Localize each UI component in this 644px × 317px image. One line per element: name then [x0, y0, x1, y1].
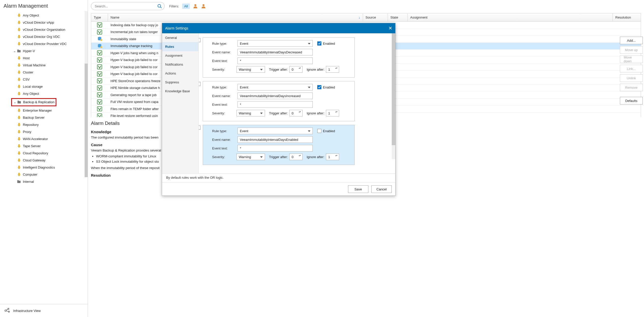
tree-item-10[interactable]: Local storage	[8, 83, 88, 90]
tree-item-7[interactable]: Virtual Machine	[8, 62, 88, 69]
event-name-input[interactable]: VeeamImmutabilityIntervalDaysEnabled	[238, 136, 313, 143]
tree-item-0[interactable]: Any Object	[8, 12, 88, 19]
tree-scrollbar[interactable]	[85, 14, 88, 177]
tree-item-1[interactable]: vCloud Director vApp	[8, 19, 88, 26]
filter-all[interactable]: All	[182, 4, 190, 9]
folder-icon	[17, 49, 21, 53]
ignore-after-input[interactable]: 1▴▾	[326, 66, 339, 73]
tree-item-4[interactable]: vCloud Director Provider VDC	[8, 40, 88, 48]
tree-item-6[interactable]: Host	[8, 55, 88, 62]
search-icon[interactable]	[157, 4, 162, 8]
tree-item-18[interactable]: Tape Server	[8, 143, 88, 150]
trigger-after-input[interactable]: 0▴▾	[289, 66, 303, 73]
spinner-icon[interactable]: ▴▾	[335, 111, 338, 113]
rule-checkbox[interactable]	[199, 126, 200, 130]
bottom-nav: Infrastructure View	[0, 304, 88, 317]
scrollbar-thumb[interactable]	[85, 64, 88, 177]
type-cell	[91, 106, 108, 111]
bell-icon	[17, 151, 21, 156]
expander-icon[interactable]: ⌄	[13, 48, 16, 54]
tree-item-22[interactable]: Computer	[8, 171, 88, 178]
tree-item-21[interactable]: Intelligent Diagnostics	[8, 164, 88, 171]
infrastructure-view-nav[interactable]: Infrastructure View	[0, 304, 88, 317]
severity-select[interactable]: Warning	[237, 154, 265, 160]
move-up-button[interactable]: Move up	[620, 46, 643, 54]
filter-person-icon[interactable]	[193, 4, 198, 9]
ignore-after-input[interactable]: 1▴▾	[326, 154, 339, 160]
tab-assignment[interactable]: Assignment	[162, 51, 198, 60]
spinner-icon[interactable]: ▴▾	[335, 154, 338, 157]
event-text-input[interactable]: *	[238, 57, 313, 64]
trigger-after-input[interactable]: 0▴▾	[289, 154, 303, 160]
tab-suppress[interactable]: Suppress	[162, 78, 198, 87]
severity-select[interactable]: Warning	[237, 66, 265, 73]
unlink-button[interactable]: Unlink	[620, 74, 643, 82]
add-button[interactable]: Add...	[620, 37, 643, 44]
event-name-input[interactable]: VeeamImmutabilityIntervalDaysIncreased	[238, 93, 313, 99]
tab-knowledge-base[interactable]: Knowledge Base	[162, 87, 198, 96]
spinner-icon[interactable]: ▴▾	[335, 67, 338, 69]
col-name[interactable]: Name↓	[108, 13, 363, 21]
tab-rules[interactable]: Rules	[162, 42, 198, 51]
rule-checkbox[interactable]	[199, 82, 200, 86]
col-resolution[interactable]: Resolution	[613, 13, 641, 21]
search-box[interactable]	[91, 2, 165, 10]
col-source[interactable]: Source	[363, 13, 388, 21]
col-state[interactable]: State	[388, 13, 408, 21]
remove-button[interactable]: Remove	[620, 84, 643, 91]
expander-icon[interactable]: ⌄	[13, 99, 17, 105]
rules-scrollbar[interactable]	[392, 33, 395, 159]
filter-person2-icon[interactable]	[201, 4, 206, 9]
rule-type-select[interactable]: Event	[238, 40, 313, 47]
tree-item-15[interactable]: Repository	[8, 121, 88, 128]
tree-item-19[interactable]: Cloud Repository	[8, 150, 88, 157]
tree-item-13[interactable]: Enterprise Manager	[8, 107, 88, 114]
severity-select[interactable]: Warning	[237, 110, 265, 116]
tree-item-label: Any Object	[23, 13, 39, 18]
tree-item-20[interactable]: Cloud Gateway	[8, 157, 88, 164]
col-assignment[interactable]: Assignment	[408, 13, 613, 21]
tree-item-label: Intelligent Diagnostics	[23, 165, 55, 170]
tree-item-17[interactable]: WAN Accelerator	[8, 135, 88, 143]
tree-item-16[interactable]: Proxy	[8, 128, 88, 135]
spinner-icon[interactable]: ▴▾	[299, 111, 302, 113]
tree-item-2[interactable]: vCloud Director Organization	[8, 26, 88, 33]
rules-scrollbar-thumb[interactable]	[392, 33, 395, 145]
col-type[interactable]: Type	[91, 13, 108, 21]
spinner-icon[interactable]: ▴▾	[299, 67, 302, 69]
tree-item-label: Backup & Replication	[23, 99, 55, 105]
tree-item-9[interactable]: CSV	[8, 76, 88, 83]
rule-card[interactable]: Rule type:EventEnabledEvent name:VeeamIm…	[203, 125, 355, 165]
close-icon[interactable]: ✕	[388, 25, 392, 31]
tab-actions[interactable]: Actions	[162, 69, 198, 78]
tree-item-5[interactable]: ⌄Hyper-V	[8, 48, 88, 55]
tree-item-11[interactable]: Any Object	[8, 90, 88, 97]
event-text-input[interactable]: *	[238, 145, 313, 152]
move-down-button[interactable]: Move down	[620, 55, 643, 63]
rule-checkbox[interactable]	[199, 38, 200, 42]
tree-item-3[interactable]: vCloud Director Org VDC	[8, 33, 88, 40]
rule-card[interactable]: Rule type:EventEnabledEvent name:VeeamIm…	[203, 37, 355, 78]
tree-item-8[interactable]: Cluster	[8, 69, 88, 76]
rule-type-select[interactable]: Event	[238, 128, 313, 134]
tab-general[interactable]: General	[162, 33, 198, 42]
tree-item-12[interactable]: ⌄Backup & Replication	[8, 97, 88, 107]
enabled-checkbox[interactable]: Enabled	[317, 41, 335, 46]
trigger-after-input[interactable]: 0▴▾	[289, 110, 303, 116]
enabled-checkbox[interactable]: Enabled	[317, 129, 335, 133]
search-input[interactable]	[95, 4, 157, 8]
ignore-after-input[interactable]: 1▴▾	[326, 110, 339, 116]
spinner-icon[interactable]: ▴▾	[299, 154, 302, 157]
tab-notifications[interactable]: Notifications	[162, 60, 198, 69]
rule-card[interactable]: Rule type:EventEnabledEvent name:VeeamIm…	[203, 81, 355, 121]
link-button[interactable]: Link...	[620, 65, 643, 72]
event-name-input[interactable]: VeeamImmutabilityIntervalDaysDecreased	[238, 49, 313, 55]
rule-type-select[interactable]: Event	[238, 84, 313, 90]
tree-item-23[interactable]: Internal	[8, 178, 88, 185]
cancel-button[interactable]: Cancel	[371, 185, 392, 193]
event-text-input[interactable]: *	[238, 101, 313, 108]
tree-item-14[interactable]: Backup Server	[8, 114, 88, 121]
defaults-button[interactable]: Defaults	[620, 97, 643, 104]
enabled-checkbox[interactable]: Enabled	[317, 85, 335, 89]
save-button[interactable]: Save	[348, 185, 368, 193]
